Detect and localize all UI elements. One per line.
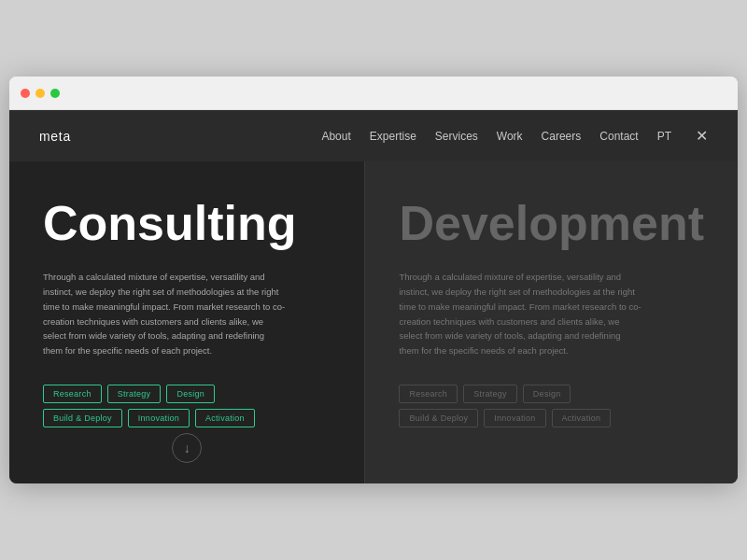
consulting-tags-row2: Build & Deploy Innovation Activation bbox=[43, 409, 331, 427]
tag-innovation-left[interactable]: Innovation bbox=[128, 409, 190, 427]
tag-research-right[interactable]: Research bbox=[399, 385, 458, 403]
development-title: Development bbox=[399, 199, 704, 247]
page: meta About Expertise Services Work Caree… bbox=[9, 110, 738, 483]
tag-research-left[interactable]: Research bbox=[43, 385, 102, 403]
tag-strategy-right[interactable]: Strategy bbox=[463, 385, 517, 403]
maximize-dot[interactable] bbox=[50, 89, 60, 98]
tag-design-left[interactable]: Design bbox=[166, 385, 215, 403]
logo: meta bbox=[39, 129, 71, 144]
tag-activation-right[interactable]: Activation bbox=[552, 409, 612, 427]
nav-services[interactable]: Services bbox=[435, 130, 478, 143]
minimize-dot[interactable] bbox=[35, 89, 45, 98]
nav-contact[interactable]: Contact bbox=[599, 130, 638, 143]
tag-innovation-right[interactable]: Innovation bbox=[484, 409, 545, 427]
tag-builddeploy-right[interactable]: Build & Deploy bbox=[399, 409, 478, 427]
nav-about[interactable]: About bbox=[321, 130, 350, 143]
language-toggle[interactable]: PT bbox=[657, 130, 671, 143]
nav-careers[interactable]: Careers bbox=[542, 130, 582, 143]
close-icon[interactable]: ✕ bbox=[696, 127, 708, 145]
browser-window: meta About Expertise Services Work Caree… bbox=[9, 77, 738, 483]
development-description: Through a calculated mixture of expertis… bbox=[399, 270, 641, 357]
tag-strategy-left[interactable]: Strategy bbox=[107, 385, 162, 403]
consulting-description: Through a calculated mixture of expertis… bbox=[43, 270, 286, 357]
consulting-panel: Consulting Through a calculated mixture … bbox=[9, 161, 365, 483]
consulting-title: Consulting bbox=[43, 199, 331, 247]
tag-design-right[interactable]: Design bbox=[523, 385, 571, 403]
tag-activation-left[interactable]: Activation bbox=[195, 409, 255, 427]
nav-expertise[interactable]: Expertise bbox=[370, 130, 416, 143]
nav-links: About Expertise Services Work Careers Co… bbox=[321, 127, 708, 145]
navigation: meta About Expertise Services Work Caree… bbox=[9, 110, 738, 161]
close-dot[interactable] bbox=[21, 89, 30, 98]
consulting-tags: Research Strategy Design bbox=[43, 385, 331, 403]
tag-builddeploy-left[interactable]: Build & Deploy bbox=[43, 409, 122, 427]
content-area: Consulting Through a calculated mixture … bbox=[9, 161, 738, 483]
browser-bar bbox=[9, 77, 738, 110]
nav-work[interactable]: Work bbox=[497, 130, 523, 143]
development-tags-row2: Build & Deploy Innovation Activation bbox=[399, 409, 704, 427]
development-tags: Research Strategy Design bbox=[399, 385, 704, 403]
scroll-down-icon: ↓ bbox=[184, 441, 190, 455]
development-panel: Development Through a calculated mixture… bbox=[365, 161, 738, 483]
scroll-indicator[interactable]: ↓ bbox=[172, 433, 202, 463]
